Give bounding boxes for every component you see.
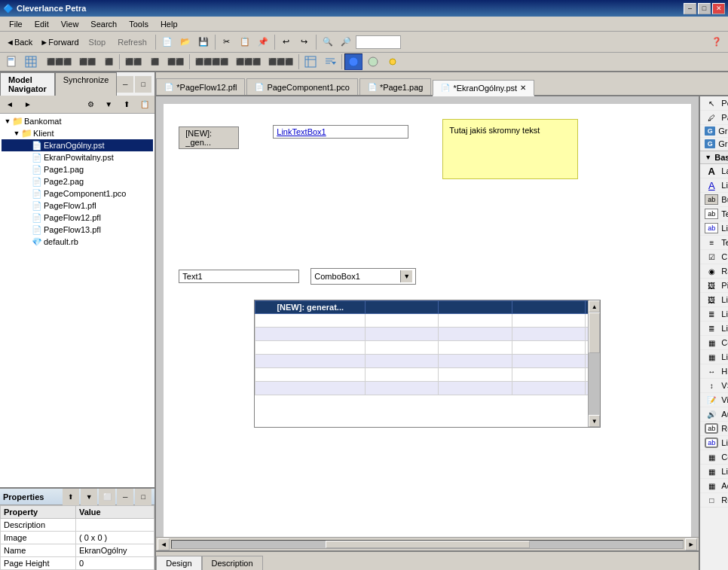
comp-group-membership[interactable]: G Group Membership	[700, 138, 728, 151]
prop-row-3[interactable]: Page Height 0	[1, 557, 154, 570]
minimize-button[interactable]: –	[684, 3, 696, 14]
tree-root[interactable]: ▼ 📁 Bankomat	[2, 115, 153, 127]
tree-toggle-klient[interactable]: ▼	[12, 130, 21, 137]
comp-linkcombobox[interactable]: ▦ LinkComboBox	[700, 350, 728, 364]
canvas-button[interactable]: [NEW]: _gen...	[179, 126, 239, 149]
undo-button[interactable]: ↩	[278, 34, 295, 50]
tree-item-5[interactable]: 📄 PageFlow1.pfl	[2, 200, 153, 212]
tab-ekranogolny-close[interactable]: ✕	[520, 84, 526, 92]
comp-combobox2[interactable]: ▦ ComboBox	[700, 450, 728, 465]
zoom-out-button[interactable]: 🔎	[338, 34, 354, 50]
tb2-btn6[interactable]: ⬛⬛	[122, 53, 145, 70]
comp-linklistbox[interactable]: ≣ LinkListBox	[700, 322, 728, 336]
close-button[interactable]: ✕	[712, 3, 725, 14]
menu-tools[interactable]: Tools	[123, 18, 154, 30]
comp-linklabel[interactable]: A LinkLabel	[700, 178, 728, 193]
menu-search[interactable]: Search	[84, 18, 123, 30]
comp-painter[interactable]: 🖊 Painter	[700, 111, 728, 125]
comp-linktextbox[interactable]: ab LinkTextBox	[700, 221, 728, 236]
forward-button[interactable]: ► Forward	[37, 34, 81, 50]
hscroll-thumb[interactable]	[326, 541, 530, 548]
comp-picturebox[interactable]: 🖼 PictureBox	[700, 279, 728, 293]
comp-roundedtextbox[interactable]: ab RoundedTextBox	[700, 422, 728, 436]
menu-view[interactable]: View	[55, 18, 85, 30]
grid-scroll-thumb[interactable]	[589, 312, 600, 353]
tb2-btn11[interactable]: ⬛⬛⬛	[265, 53, 296, 70]
nav-sort[interactable]: ⬆	[118, 96, 135, 113]
canvas-linktextbox[interactable]: LinkTextBox1	[273, 125, 408, 139]
comp-listbox[interactable]: ≣ ListBox	[700, 307, 728, 322]
nav-filter[interactable]: ▼	[100, 96, 117, 113]
back-button[interactable]: ◄ Back	[3, 34, 35, 50]
grid-row-5[interactable]	[255, 382, 600, 395]
menu-edit[interactable]: Edit	[29, 18, 55, 30]
tab-page1[interactable]: 📄 *Page1.pag	[359, 78, 432, 95]
canvas-text1[interactable]: Text1	[179, 270, 299, 283]
tb2-btn10[interactable]: ⬛⬛⬛	[233, 53, 264, 70]
nav-view[interactable]: 📋	[136, 96, 153, 113]
tb2-btn7[interactable]: ⬛	[146, 53, 163, 70]
nav-next[interactable]: ►	[20, 96, 36, 113]
tab-ekranogolny[interactable]: 📄 *EkranOgólny.pst ✕	[433, 80, 534, 96]
panel-minimize[interactable]: ─	[117, 76, 133, 93]
props-restore-btn[interactable]: □	[135, 489, 151, 505]
tab-model-navigator[interactable]: Model Navigator	[0, 72, 55, 96]
tree-item-2[interactable]: 📄 Page1.pag	[2, 163, 153, 175]
prop-val-2[interactable]: EkranOgólny	[75, 544, 154, 557]
tb2-btn12[interactable]	[301, 53, 320, 70]
tree-item-6[interactable]: 📄 PageFlow12.pfl	[2, 212, 153, 224]
bottom-tab-description[interactable]: Description	[202, 556, 263, 570]
grid-scroll-down[interactable]: ▼	[589, 415, 600, 427]
prop-val-3[interactable]: 0	[75, 557, 154, 570]
comp-section-basic[interactable]: ▼ Basic ►	[700, 151, 728, 164]
comp-linkroundedtextbox[interactable]: ab LinkRoundedTex...	[700, 436, 728, 450]
tree-item-3[interactable]: 📄 Page2.pag	[2, 175, 153, 187]
tab-pageflow12[interactable]: 📄 *PageFlow12.pfl	[156, 78, 245, 95]
comp-rectangle[interactable]: □ Rectangle	[700, 493, 728, 508]
hscroll-left[interactable]: ◄	[158, 538, 170, 550]
props-view-btn[interactable]: ⬜	[99, 489, 115, 505]
tab-synchronize[interactable]: Synchronize	[55, 72, 118, 96]
tree-toggle-root[interactable]: ▼	[3, 117, 12, 125]
props-filter-btn[interactable]: ▼	[81, 489, 97, 505]
cut-button[interactable]: ✂	[219, 34, 235, 50]
copy-button[interactable]: 📋	[237, 34, 253, 50]
stop-button[interactable]: Stop	[84, 35, 112, 49]
tab-pagecomponent1[interactable]: 📄 PageComponent1.pco	[246, 78, 357, 95]
comp-vscrollbar[interactable]: ↕ VScrollBar	[700, 379, 728, 393]
comp-pointer[interactable]: ↖ Pointer	[700, 96, 728, 111]
canvas-note[interactable]: Tutaj jakiś skromny tekst	[442, 119, 578, 179]
new-button[interactable]: 📄	[159, 34, 176, 50]
comp-label[interactable]: A Label	[700, 164, 728, 178]
hscroll-right[interactable]: ►	[685, 538, 697, 550]
canvas-combobox[interactable]: ComboBox1 ▼	[310, 268, 416, 285]
tb2-btn2[interactable]	[22, 53, 40, 70]
save-button[interactable]: 💾	[195, 34, 212, 50]
panel-restore[interactable]: □	[135, 76, 151, 93]
prop-row-1[interactable]: Image ( 0 x 0 )	[1, 532, 154, 544]
grid-row-2[interactable]	[255, 341, 600, 355]
refresh-button[interactable]: Refresh	[112, 35, 152, 49]
grid-row-1[interactable]	[255, 328, 600, 341]
tb2-btn1[interactable]	[3, 53, 21, 70]
comp-hscrollbar[interactable]: ↔ HScrollBar	[700, 364, 728, 379]
comp-linkcombobox2[interactable]: ▦ LinkComboBox	[700, 465, 728, 479]
comp-radiobutton[interactable]: ◉ RadioButton	[700, 264, 728, 279]
zoom-input[interactable]	[356, 35, 401, 49]
tb2-btn5[interactable]: ⬛	[100, 53, 117, 70]
tb2-active-btn[interactable]	[344, 53, 362, 70]
comp-visualnote[interactable]: 📝 VisualNote	[700, 393, 728, 407]
tb2-btn13[interactable]	[321, 53, 339, 70]
nav-options[interactable]: ⚙	[82, 96, 99, 113]
tree-klient[interactable]: ▼ 📁 Klient	[2, 127, 153, 139]
comp-textbox[interactable]: ab TextBox	[700, 207, 728, 221]
comp-checkbox[interactable]: ☑ CheckBox	[700, 250, 728, 264]
tb2-btn14[interactable]	[364, 53, 382, 70]
grid-row-3[interactable]	[255, 355, 600, 368]
tree-item-1[interactable]: 📄 EkranPowitalny.pst	[2, 151, 153, 163]
tree-item-0[interactable]: 📄 EkranOgólny.pst	[2, 139, 153, 151]
prop-val-0[interactable]	[75, 519, 154, 532]
comp-advancedgrid[interactable]: ▦ AdvancedGrid	[700, 479, 728, 493]
maximize-button[interactable]: □	[698, 3, 711, 14]
combo-dropdown-btn[interactable]: ▼	[400, 270, 412, 282]
